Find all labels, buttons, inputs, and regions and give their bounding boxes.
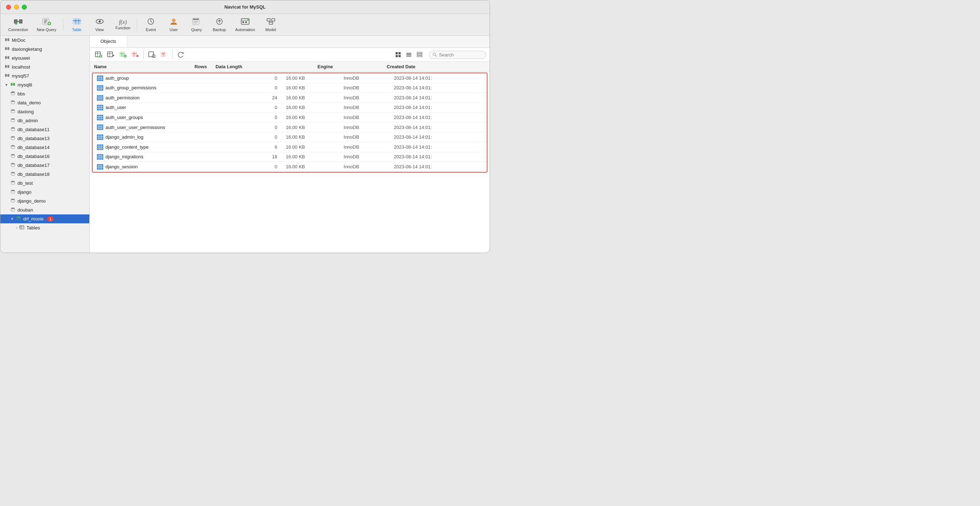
connection-icon <box>5 73 10 79</box>
sidebar-item-label: drf_movie <box>23 216 44 221</box>
delete-table-button[interactable] <box>130 50 140 59</box>
svg-rect-95 <box>149 52 154 57</box>
connection-button[interactable]: Connection <box>5 16 32 33</box>
database-icon <box>10 198 15 204</box>
table-row[interactable]: auth_permission2416.00 KBInnoDB2023-08-1… <box>92 93 487 103</box>
table-row[interactable]: django_session016.00 KBInnoDB2023-08-14 … <box>92 162 487 172</box>
traffic-lights <box>6 5 27 10</box>
sidebar-item-douban[interactable]: douban <box>0 205 89 215</box>
col-rows: Rows <box>151 62 211 72</box>
table-row[interactable]: auth_user016.00 KBInnoDB2023-08-14 14:01… <box>92 103 487 113</box>
search-box[interactable] <box>429 51 486 59</box>
sidebar-item-label: db_database11 <box>18 127 50 132</box>
database-icon <box>10 135 15 142</box>
sidebar-item-db-database11[interactable]: db_database11 <box>0 125 89 134</box>
sidebar-item-db-test[interactable]: db_test <box>0 179 89 188</box>
refresh-button[interactable] <box>175 50 186 59</box>
table-engine-cell: InnoDB <box>339 162 390 172</box>
add-rows-button[interactable] <box>118 50 128 59</box>
table-row[interactable]: auth_user_groups016.00 KBInnoDB2023-08-1… <box>92 113 487 123</box>
details-view-button[interactable] <box>415 50 425 59</box>
sidebar-item-mysql57[interactable]: mysql57 <box>0 72 89 80</box>
svg-point-61 <box>11 127 15 129</box>
svg-rect-42 <box>8 47 9 50</box>
sidebar-item-django-demo[interactable]: django_demo <box>0 197 89 205</box>
table-rows-cell: 18 <box>253 152 282 162</box>
model-button[interactable]: Model <box>260 16 282 33</box>
sidebar-item-bbs[interactable]: bbs <box>0 89 89 98</box>
sidebar-item-django[interactable]: django <box>0 188 89 197</box>
svg-rect-135 <box>97 115 103 121</box>
sidebar-item-label: db_database17 <box>18 162 50 168</box>
table-name-text: auth_group_permissions <box>105 85 156 91</box>
backup-button[interactable]: Backup <box>209 16 230 33</box>
sidebar-item-db-database13[interactable]: db_database13 <box>0 134 89 143</box>
sidebar-item-data-demo[interactable]: data_demo <box>0 98 89 107</box>
svg-rect-53 <box>11 83 13 86</box>
sidebar-item-mrdoc[interactable]: MrDoc <box>0 36 89 45</box>
create-table-button[interactable] <box>93 50 104 59</box>
sidebar-item-mysql8[interactable]: ▼ mysql8 <box>0 80 89 89</box>
new-query-label: New Query <box>37 27 56 32</box>
table-created-date-cell: 2023-08-14 14:01: <box>390 132 487 142</box>
event-button[interactable]: Event <box>140 16 162 33</box>
main-window: Navicat for MySQL Connection <box>0 0 490 253</box>
table-engine-cell: InnoDB <box>339 93 390 103</box>
table-row[interactable]: django_admin_log016.00 KBInnoDB2023-08-1… <box>92 132 487 142</box>
maximize-button[interactable] <box>22 5 27 10</box>
automation-label: Automation <box>235 27 255 32</box>
database-icon <box>10 109 15 115</box>
query-button[interactable]: Query <box>186 16 207 33</box>
svg-rect-90 <box>132 52 137 57</box>
database-icon <box>10 91 15 97</box>
svg-rect-130 <box>97 105 103 110</box>
database-icon <box>10 153 15 159</box>
table-data-length-cell: 16.00 KB <box>282 73 339 83</box>
svg-rect-48 <box>8 65 9 68</box>
sidebar-item-daxiong[interactable]: daxiong <box>0 107 89 116</box>
objects-tab[interactable]: Objects <box>90 36 127 48</box>
sidebar-item-db-admin[interactable]: db_admin <box>0 116 89 125</box>
sidebar-item-localhost[interactable]: localhost <box>0 62 89 72</box>
user-button[interactable]: User <box>163 16 185 33</box>
user-label: User <box>169 27 178 32</box>
function-button[interactable]: f(x) Function <box>112 18 134 32</box>
sidebar-item-db-database14[interactable]: db_database14 <box>0 143 89 152</box>
search-input[interactable] <box>439 52 482 57</box>
table-row[interactable]: auth_user_user_permissions016.00 KBInnoD… <box>92 122 487 132</box>
table-rows-cell: 0 <box>253 162 282 172</box>
sidebar-item-label: bbs <box>18 91 25 97</box>
svg-rect-44 <box>5 56 7 59</box>
table-data-length-cell: 16.00 KB <box>282 103 339 113</box>
table-row[interactable]: auth_group_permissions016.00 KBInnoDB202… <box>92 83 487 93</box>
list-view-button[interactable] <box>404 50 414 59</box>
table-button[interactable]: Table <box>66 16 88 33</box>
sidebar-item-daxiongketang[interactable]: daxiongketang <box>0 45 89 54</box>
sidebar-item-db-database18[interactable]: db_database18 <box>0 170 89 179</box>
close-button[interactable] <box>6 5 11 10</box>
minimize-button[interactable] <box>14 5 19 10</box>
sidebar-item-db-database16[interactable]: db_database16 <box>0 152 89 161</box>
svg-point-58 <box>11 100 15 102</box>
new-query-button[interactable]: New Query <box>33 16 60 33</box>
view-button[interactable]: View <box>89 16 110 33</box>
edit-table-button[interactable] <box>105 50 116 59</box>
svg-point-65 <box>11 163 15 164</box>
table-row[interactable]: django_content_type616.00 KBInnoDB2023-0… <box>92 142 487 152</box>
table-rows-cell: 0 <box>253 103 282 113</box>
sidebar-item-drf-movie[interactable]: ▼ drf_movie 1 <box>0 215 89 223</box>
table-row[interactable]: django_migrations1816.00 KBInnoDB2023-08… <box>92 152 487 162</box>
grid-view-button[interactable] <box>393 50 403 59</box>
sidebar-item-tables[interactable]: › Tables <box>0 223 89 232</box>
table-row[interactable]: auth_group016.00 KBInnoDB2023-08-14 14:0… <box>92 73 487 83</box>
automation-button[interactable]: Automation <box>232 16 259 33</box>
table-data-length-cell: 16.00 KB <box>282 122 339 132</box>
sidebar-item-label: mysql8 <box>18 82 32 88</box>
sidebar-item-db-database17[interactable]: db_database17 <box>0 161 89 170</box>
svg-rect-47 <box>5 65 7 68</box>
sidebar-item-eiyouwei[interactable]: eiyouwei <box>0 54 89 62</box>
filter-button[interactable] <box>159 50 169 59</box>
find-in-table-button[interactable] <box>146 50 157 59</box>
svg-point-16 <box>99 21 101 22</box>
connection-icon <box>5 55 10 61</box>
